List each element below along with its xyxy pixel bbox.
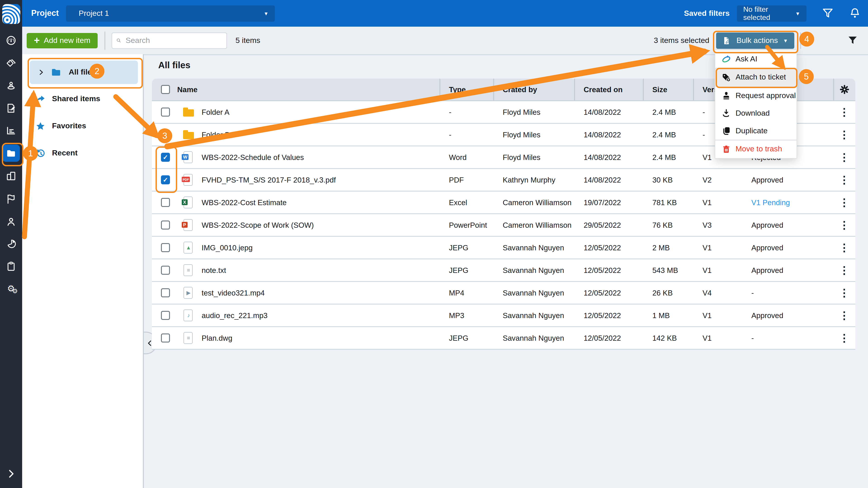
- menu-item-duplicate[interactable]: Duplicate: [715, 122, 797, 140]
- select-all-checkbox[interactable]: [161, 85, 170, 94]
- row-checkbox[interactable]: [161, 266, 170, 275]
- table-row[interactable]: PDF FVHD_PS-TM_S/S 2017-F 2018_v.3.pdf P…: [152, 169, 855, 192]
- row-menu-kebab[interactable]: ⋮: [839, 129, 849, 140]
- column-header-size[interactable]: Size: [643, 85, 693, 94]
- row-checkbox[interactable]: [161, 288, 170, 297]
- nav-item-shared-items[interactable]: Shared items: [35, 90, 100, 108]
- row-checkbox[interactable]: [161, 333, 170, 343]
- file-name[interactable]: audio_rec_221.mp3: [202, 311, 268, 320]
- top-bar: Project Project 1 ▼ Saved filters No fil…: [22, 0, 868, 27]
- cell-created-on: 14/08/2022: [574, 130, 643, 139]
- sidebar-item-forms[interactable]: [0, 99, 22, 117]
- file-name[interactable]: Folder A: [202, 108, 229, 116]
- sidebar-item-reports[interactable]: [0, 121, 22, 139]
- row-menu-kebab[interactable]: ⋮: [839, 288, 849, 298]
- search-box[interactable]: [112, 32, 227, 48]
- row-checkbox[interactable]: [161, 311, 170, 320]
- saved-filter-selector[interactable]: No filter selected ▼: [737, 5, 807, 22]
- file-name[interactable]: WBS-2022-Scope of Work (SOW): [202, 221, 314, 229]
- search-icon: [116, 36, 121, 45]
- menu-item-ask-ai[interactable]: Ask AI: [715, 50, 797, 68]
- cell-version: V1: [693, 311, 742, 320]
- annotation-circle-4: 4: [799, 32, 814, 46]
- app-logo[interactable]: [2, 4, 20, 24]
- bulk-actions-menu: Ask AIAttach to ticketRequest approvalDo…: [715, 50, 797, 158]
- bulk-actions-button[interactable]: Bulk actions ▼: [716, 32, 794, 48]
- row-menu-kebab[interactable]: ⋮: [839, 197, 849, 207]
- row-checkbox[interactable]: [161, 175, 170, 184]
- file-name[interactable]: WBS-2022-Cost Estimate: [202, 198, 287, 207]
- row-menu-kebab[interactable]: ⋮: [839, 333, 849, 343]
- row-checkbox[interactable]: [161, 221, 170, 230]
- sidebar-item-dashboard[interactable]: [0, 31, 22, 49]
- table-row[interactable]: P WBS-2022-Scope of Work (SOW) PowerPoin…: [152, 214, 855, 237]
- filter-funnel-icon[interactable]: [822, 7, 834, 20]
- annotation-circle-2: 2: [90, 64, 104, 78]
- table-row[interactable]: ▶ test_video321.mp4 MP4 Savannah Nguyen …: [152, 282, 855, 304]
- row-checkbox[interactable]: [161, 243, 170, 252]
- sidebar-item-tags[interactable]: [0, 54, 22, 72]
- cell-size: 30 KB: [643, 175, 693, 184]
- column-header-type[interactable]: Type: [439, 85, 493, 94]
- table-row[interactable]: X WBS-2022-Cost Estimate Excel Cameron W…: [152, 192, 855, 214]
- table-row[interactable]: ≡ note.txt JEPG Savannah Nguyen 12/05/20…: [152, 259, 855, 282]
- cell-size: 26 KB: [643, 289, 693, 297]
- menu-item-move-trash[interactable]: Move to trash: [715, 140, 797, 158]
- menu-item-label: Attach to ticket: [736, 73, 786, 82]
- project-label: Project: [31, 8, 59, 18]
- row-checkbox[interactable]: [161, 107, 170, 117]
- sidebar-item-users[interactable]: [0, 213, 22, 230]
- file-name[interactable]: Folder B: [202, 130, 230, 139]
- cell-type: PDF: [439, 175, 493, 184]
- row-menu-kebab[interactable]: ⋮: [839, 152, 849, 162]
- table-row[interactable]: ♪ audio_rec_221.mp3 MP3 Savannah Nguyen …: [152, 304, 855, 327]
- sidebar-item-analytics[interactable]: [0, 234, 22, 253]
- sidebar-item-settings[interactable]: ⚙⚙: [0, 280, 22, 298]
- column-header-name[interactable]: Name: [177, 85, 439, 94]
- file-name[interactable]: IMG_0010.jepg: [202, 243, 253, 252]
- cell-size: 1 MB: [643, 311, 693, 320]
- sidebar-item-tasks[interactable]: [0, 257, 22, 275]
- chevron-right-icon: [38, 69, 44, 75]
- table-filter-funnel-icon[interactable]: [847, 35, 858, 46]
- row-menu-kebab[interactable]: ⋮: [839, 310, 849, 321]
- sidebar-expand-button[interactable]: [0, 464, 22, 483]
- sidebar-item-files-active[interactable]: [2, 144, 20, 162]
- cell-version: V1: [693, 198, 742, 207]
- file-type-icon: [183, 106, 194, 119]
- sidebar-item-companies[interactable]: [0, 167, 22, 185]
- file-name[interactable]: FVHD_PS-TM_S/S 2017-F 2018_v.3.pdf: [202, 175, 336, 184]
- row-menu-kebab[interactable]: ⋮: [839, 242, 849, 253]
- cell-crated-by: Savannah Nguyen: [493, 311, 574, 320]
- nav-item-recent[interactable]: Recent: [35, 144, 78, 162]
- file-name[interactable]: test_video321.mp4: [202, 289, 265, 297]
- menu-item-download[interactable]: Download: [715, 104, 797, 122]
- column-header-created-on[interactable]: Created on: [574, 85, 643, 94]
- add-new-item-button[interactable]: + Add new item: [27, 33, 98, 48]
- row-checkbox[interactable]: [161, 198, 170, 207]
- row-menu-kebab[interactable]: ⋮: [839, 175, 849, 185]
- notifications-bell-icon[interactable]: [849, 7, 861, 20]
- file-name[interactable]: WBS-2022-Schedule of Values: [202, 153, 304, 162]
- row-menu-kebab[interactable]: ⋮: [839, 220, 849, 230]
- file-name[interactable]: Plan.dwg: [202, 334, 232, 342]
- row-menu-kebab[interactable]: ⋮: [839, 107, 849, 117]
- nav-item-all-files[interactable]: All files: [30, 61, 138, 84]
- sidebar-item-location[interactable]: [0, 76, 22, 94]
- column-header-crated-by[interactable]: Crated by: [493, 85, 574, 94]
- file-name[interactable]: note.txt: [202, 266, 226, 274]
- search-input[interactable]: [125, 35, 226, 45]
- menu-item-attach-ticket[interactable]: Attach to ticket: [715, 68, 797, 86]
- project-selector[interactable]: Project 1 ▼: [66, 5, 275, 22]
- sidebar-item-flags[interactable]: [0, 190, 22, 208]
- cell-type: MP4: [439, 289, 493, 297]
- table-row[interactable]: ▲ IMG_0010.jepg JEPG Savannah Nguyen 12/…: [152, 237, 855, 259]
- table-settings-gear-icon[interactable]: [839, 84, 850, 95]
- cell-size: 142 KB: [643, 334, 693, 342]
- nav-item-favorites[interactable]: Favorites: [35, 117, 86, 135]
- bulk-actions-label: Bulk actions: [737, 36, 778, 45]
- menu-item-request-approval[interactable]: Request approval: [715, 87, 797, 104]
- table-row[interactable]: ≡ Plan.dwg JEPG Savannah Nguyen 12/05/20…: [152, 327, 855, 350]
- row-menu-kebab[interactable]: ⋮: [839, 265, 849, 275]
- row-checkbox[interactable]: [161, 153, 170, 162]
